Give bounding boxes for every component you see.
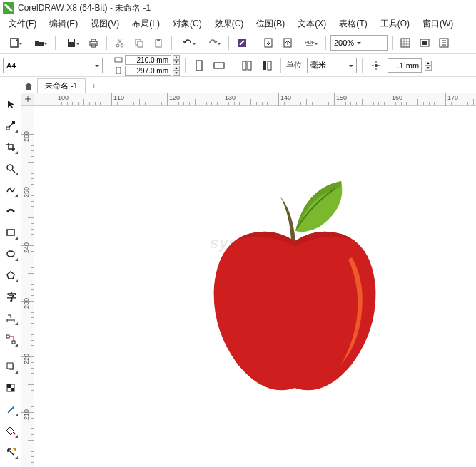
page-dimensions: ▲▼ ▲▼ — [113, 55, 180, 76]
polygon-tool[interactable] — [2, 267, 19, 284]
svg-rect-18 — [422, 41, 427, 45]
ruler-origin[interactable] — [21, 93, 34, 106]
nudge-input[interactable] — [388, 58, 422, 73]
separator — [228, 36, 229, 50]
menu-bitmap[interactable]: 位图(B) — [250, 16, 290, 31]
options-button[interactable] — [435, 34, 452, 51]
height-icon — [113, 66, 123, 75]
dimension-tool[interactable] — [2, 309, 19, 327]
ruler-tick: 210 — [21, 412, 34, 413]
svg-rect-4 — [91, 39, 96, 41]
svg-rect-23 — [214, 63, 224, 68]
titlebar: CorelDRAW X8 (64-Bit) - 未命名 -1 — [0, 0, 476, 16]
svg-rect-26 — [263, 61, 266, 70]
undo-button[interactable] — [176, 34, 199, 51]
new-button[interactable] — [3, 34, 26, 51]
menu-window[interactable]: 窗口(W) — [417, 16, 459, 31]
separator — [362, 58, 363, 73]
cut-button[interactable] — [111, 34, 128, 51]
menu-tools[interactable]: 工具(O) — [375, 16, 415, 31]
zoom-combo[interactable]: 200% — [330, 35, 388, 51]
page-size-combo[interactable]: A4 — [3, 58, 103, 73]
svg-point-31 — [7, 165, 13, 170]
ruler-tick: 230 — [21, 301, 34, 302]
menu-view[interactable]: 视图(V) — [85, 16, 125, 31]
document-tab[interactable]: 未命名 -1 — [37, 78, 86, 93]
ruler-tick: 250 — [21, 190, 34, 190]
fullscreen-button[interactable] — [416, 34, 433, 51]
separator — [106, 36, 107, 50]
drawing-canvas[interactable]: system.c — [34, 106, 476, 467]
height-down[interactable]: ▼ — [173, 71, 180, 76]
fill-tool[interactable] — [2, 422, 19, 439]
menu-text[interactable]: 文本(X) — [292, 16, 332, 31]
svg-rect-41 — [11, 388, 14, 391]
menu-file[interactable]: 文件(F) — [3, 16, 42, 31]
height-up[interactable]: ▲ — [173, 66, 180, 71]
search-button[interactable] — [233, 34, 250, 51]
welcome-tab-icon[interactable] — [21, 80, 36, 93]
ruler-tick: 240 — [21, 245, 34, 246]
page-width-input[interactable] — [125, 55, 171, 65]
menu-effects[interactable]: 效果(C) — [209, 16, 250, 31]
import-button[interactable] — [260, 34, 277, 51]
open-button[interactable] — [28, 34, 51, 51]
publish-pdf-button[interactable]: PDF — [298, 34, 321, 51]
current-page-button[interactable] — [258, 57, 275, 74]
all-pages-button[interactable] — [238, 57, 255, 74]
separator — [233, 58, 233, 73]
pick-tool[interactable] — [2, 96, 19, 113]
svg-rect-35 — [6, 335, 9, 338]
connector-tool[interactable] — [2, 331, 19, 348]
transparency-tool[interactable] — [2, 379, 19, 396]
menu-layout[interactable]: 布局(L) — [126, 16, 166, 31]
crop-tool[interactable] — [2, 138, 19, 155]
svg-rect-20 — [115, 58, 122, 62]
svg-rect-16 — [401, 39, 410, 47]
nudge-down[interactable]: ▼ — [425, 66, 432, 71]
toolbox: 字 — [0, 93, 21, 467]
outline-tool[interactable] — [2, 443, 19, 461]
page-size-value: A4 — [6, 61, 16, 70]
width-up[interactable]: ▲ — [173, 55, 180, 60]
standard-toolbar: PDF 200% — [0, 31, 476, 54]
export-button[interactable] — [279, 34, 296, 51]
artistic-media-tool[interactable] — [2, 202, 19, 220]
text-tool[interactable]: 字 — [2, 288, 19, 305]
add-tab-button[interactable]: + — [87, 80, 101, 93]
drop-shadow-tool[interactable] — [2, 358, 19, 375]
eyedropper-tool[interactable] — [2, 401, 19, 418]
menu-object[interactable]: 对象(C) — [167, 16, 208, 31]
menu-table[interactable]: 表格(T) — [333, 16, 373, 31]
svg-rect-27 — [268, 61, 271, 70]
copy-button[interactable] — [131, 34, 148, 51]
redo-button[interactable] — [201, 34, 224, 51]
shape-tool[interactable] — [2, 117, 19, 134]
document-tabbar: 未命名 -1 + — [0, 77, 476, 93]
ruler-tick: 120 — [167, 93, 168, 106]
menu-edit[interactable]: 编辑(E) — [44, 16, 83, 31]
vertical-ruler[interactable]: 260250240230220210 — [21, 106, 34, 467]
save-button[interactable] — [60, 34, 83, 51]
apple-drawing[interactable] — [206, 175, 384, 396]
menubar: 文件(F) 编辑(E) 视图(V) 布局(L) 对象(C) 效果(C) 位图(B… — [0, 16, 476, 31]
ruler-tick: 110 — [111, 93, 112, 106]
paste-button[interactable] — [150, 34, 167, 51]
app-logo-icon — [3, 2, 14, 14]
ellipse-tool[interactable] — [2, 245, 19, 262]
units-combo[interactable]: 毫米 — [307, 58, 357, 73]
nudge-up[interactable]: ▲ — [425, 61, 432, 66]
width-down[interactable]: ▼ — [173, 60, 180, 65]
horizontal-ruler[interactable]: 100110120130140150160170180 — [34, 93, 476, 106]
separator — [280, 58, 281, 73]
freehand-tool[interactable] — [2, 181, 19, 198]
zoom-tool[interactable] — [2, 160, 19, 177]
svg-rect-9 — [138, 41, 143, 47]
print-button[interactable] — [85, 34, 102, 51]
svg-text:PDF: PDF — [305, 40, 315, 45]
rectangle-tool[interactable] — [2, 224, 19, 241]
landscape-button[interactable] — [211, 57, 228, 74]
page-height-input[interactable] — [125, 66, 171, 76]
snap-button[interactable] — [397, 34, 414, 51]
portrait-button[interactable] — [191, 57, 208, 74]
